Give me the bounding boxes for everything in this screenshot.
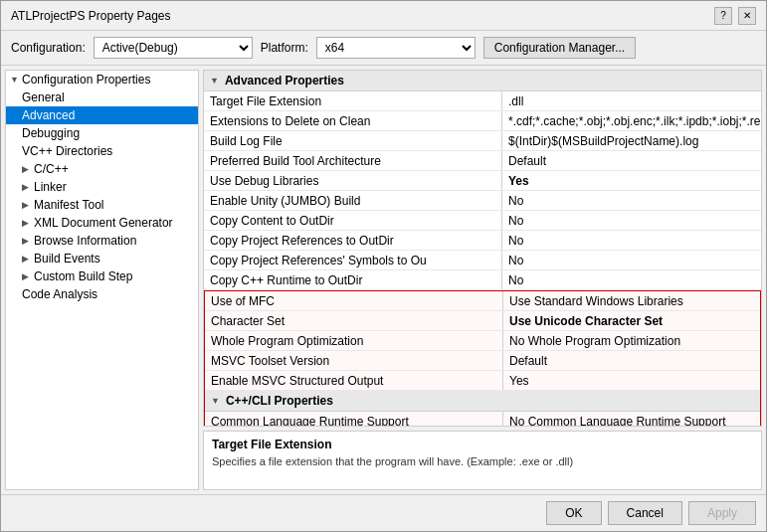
prop-value: Use Unicode Character Set [503,311,760,330]
prop-name: Extensions to Delete on Clean [204,111,502,130]
sidebar-item-label: Custom Build Step [34,269,132,283]
advanced-section-header: ▼ Advanced Properties [204,71,761,91]
prop-value: Default [502,151,761,170]
prop-value: No [502,251,761,269]
highlighted-section: Use of MFC Use Standard Windows Librarie… [204,290,761,427]
sidebar-item-label: Debugging [22,126,80,140]
title-bar-controls: ? ✕ [714,7,756,25]
sidebar-item-label: XML Document Generator [34,216,173,230]
description-title: Target File Extension [212,438,753,451]
configuration-manager-button[interactable]: Configuration Manager... [483,37,636,59]
platform-select[interactable]: x64 [316,37,476,59]
prop-name: Target File Extension [204,91,502,110]
sidebar-item-manifest[interactable]: ▶ Manifest Tool [6,196,198,214]
sidebar-item-vc-dirs[interactable]: VC++ Directories [6,142,198,160]
prop-value: Use Standard Windows Libraries [503,291,760,310]
table-row[interactable]: Character Set Use Unicode Character Set [205,311,760,331]
left-panel: ▼ Configuration Properties General Advan… [5,70,199,490]
table-row[interactable]: MSVC Toolset Version Default [205,351,760,371]
prop-value: *.cdf;*.cache;*.obj;*.obj.enc;*.ilk;*.ip… [502,111,762,130]
bottom-buttons: OK Cancel Apply [1,494,766,531]
sidebar-item-linker[interactable]: ▶ Linker [6,178,198,196]
prop-name: Build Log File [204,131,502,150]
chevron-right-icon: ▶ [22,236,32,246]
properties-table: ▼ Advanced Properties Target File Extens… [203,70,762,427]
description-text: Specifies a file extension that the prog… [212,455,753,467]
table-row[interactable]: Enable Unity (JUMBO) Build No [204,191,761,211]
table-row[interactable]: Copy Project References to OutDir No [204,231,761,251]
right-panel: ▼ Advanced Properties Target File Extens… [203,70,762,490]
prop-value: Default [503,351,760,370]
cancel-button[interactable]: Cancel [608,501,682,525]
prop-value: No [502,211,761,230]
table-row[interactable]: Enable MSVC Structured Output Yes [205,371,760,391]
title-bar: ATLProjectPS Property Pages ? ✕ [1,1,766,31]
prop-name: Use Debug Libraries [204,171,502,190]
sidebar-item-label: Configuration Properties [22,73,150,87]
table-row[interactable]: Use of MFC Use Standard Windows Librarie… [205,291,760,311]
close-button[interactable]: ✕ [738,7,756,25]
property-pages-window: ATLProjectPS Property Pages ? ✕ Configur… [0,0,767,532]
table-row[interactable]: Common Language Runtime Support No Commo… [205,412,760,427]
table-row[interactable]: Target File Extension .dll [204,91,761,111]
prop-value: No [502,191,761,210]
table-row[interactable]: Extensions to Delete on Clean *.cdf;*.ca… [204,111,761,131]
prop-name: Copy Project References' Symbols to Ou [204,251,502,269]
prop-value: No [502,270,761,289]
main-content: ▼ Configuration Properties General Advan… [1,66,766,494]
sidebar-item-advanced[interactable]: Advanced [6,106,198,124]
section-collapse-icon: ▼ [211,396,220,406]
sidebar-item-label: Code Analysis [22,287,97,301]
window-title: ATLProjectPS Property Pages [11,9,171,23]
table-row[interactable]: Copy C++ Runtime to OutDir No [204,270,761,290]
prop-name: Copy Content to OutDir [204,211,502,230]
sidebar-item-label: Manifest Tool [34,198,103,212]
prop-value: Yes [502,171,761,190]
sidebar-item-debugging[interactable]: Debugging [6,124,198,142]
prop-name: MSVC Toolset Version [205,351,503,370]
table-row[interactable]: Use Debug Libraries Yes [204,171,761,191]
sidebar-item-label: Linker [34,180,67,194]
sidebar-item-build-events[interactable]: ▶ Build Events [6,250,198,267]
prop-name: Enable MSVC Structured Output [205,371,503,390]
prop-value: No Whole Program Optimization [503,331,760,350]
chevron-right-icon: ▶ [22,200,32,210]
prop-value: No [502,231,761,250]
chevron-down-icon: ▼ [10,75,20,85]
chevron-right-icon: ▶ [22,254,32,264]
description-box: Target File Extension Specifies a file e… [203,431,762,490]
apply-button[interactable]: Apply [688,501,756,525]
chevron-right-icon: ▶ [22,271,32,281]
sidebar-item-label: Browse Information [34,234,136,248]
sidebar-item-custom-build[interactable]: ▶ Custom Build Step [6,267,198,285]
table-row[interactable]: Preferred Build Tool Architecture Defaul… [204,151,761,171]
sidebar-item-label: C/C++ [34,162,69,176]
sidebar-item-general[interactable]: General [6,89,198,106]
table-row[interactable]: Build Log File $(IntDir)$(MSBuildProject… [204,131,761,151]
table-row[interactable]: Copy Project References' Symbols to Ou N… [204,251,761,270]
configuration-select[interactable]: Active(Debug) [94,37,253,59]
ok-button[interactable]: OK [546,501,601,525]
sidebar-item-label: Advanced [22,108,75,122]
chevron-right-icon: ▶ [22,164,32,174]
sidebar-item-code-analysis[interactable]: Code Analysis [6,285,198,303]
config-bar: Configuration: Active(Debug) Platform: x… [1,31,766,66]
prop-value: $(IntDir)$(MSBuildProjectName).log [502,131,761,150]
prop-value: Yes [503,371,760,390]
configuration-label: Configuration: [11,41,86,55]
table-row[interactable]: Copy Content to OutDir No [204,211,761,231]
section-collapse-icon: ▼ [210,76,219,86]
prop-name: Use of MFC [205,291,503,310]
sidebar-item-config-props[interactable]: ▼ Configuration Properties [6,71,198,89]
prop-name: Preferred Build Tool Architecture [204,151,502,170]
cli-section-header: ▼ C++/CLI Properties [205,391,760,412]
table-row[interactable]: Whole Program Optimization No Whole Prog… [205,331,760,351]
prop-value: No Common Language Runtime Support [503,412,760,427]
prop-value: .dll [502,91,761,110]
sidebar-item-xml-doc[interactable]: ▶ XML Document Generator [6,214,198,232]
prop-name: Copy C++ Runtime to OutDir [204,270,502,289]
help-button[interactable]: ? [714,7,732,25]
sidebar-item-label: Build Events [34,252,100,266]
sidebar-item-cpp[interactable]: ▶ C/C++ [6,160,198,178]
sidebar-item-browse-info[interactable]: ▶ Browse Information [6,232,198,250]
